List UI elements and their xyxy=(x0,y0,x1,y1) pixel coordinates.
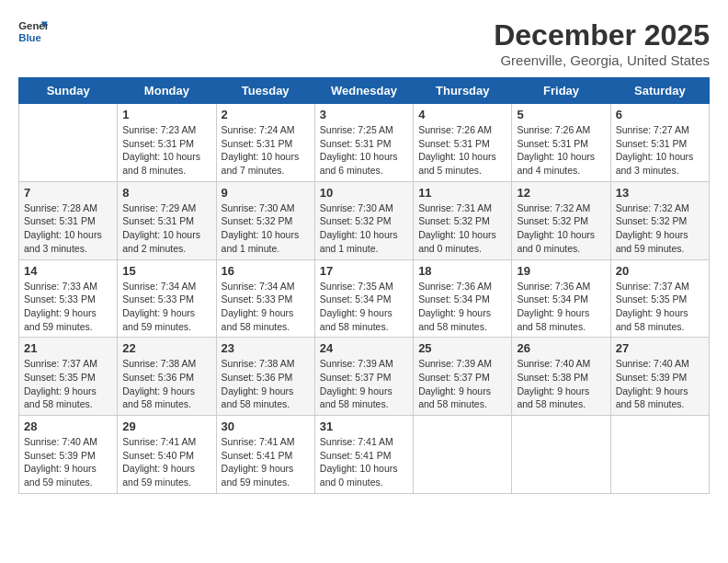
day-cell: 2Sunrise: 7:24 AMSunset: 5:31 PMDaylight… xyxy=(216,104,314,182)
day-number: 4 xyxy=(418,108,506,121)
day-number: 17 xyxy=(320,264,408,278)
day-number: 29 xyxy=(122,419,210,433)
day-info: Sunrise: 7:41 AMSunset: 5:41 PMDaylight:… xyxy=(222,435,310,489)
day-info: Sunrise: 7:35 AMSunset: 5:34 PMDaylight:… xyxy=(320,280,408,334)
day-cell: 1Sunrise: 7:23 AMSunset: 5:31 PMDaylight… xyxy=(118,104,216,182)
weekday-friday: Friday xyxy=(512,78,610,104)
day-info: Sunrise: 7:39 AMSunset: 5:37 PMDaylight:… xyxy=(320,357,408,411)
day-info: Sunrise: 7:26 AMSunset: 5:31 PMDaylight:… xyxy=(517,123,605,178)
day-info: Sunrise: 7:34 AMSunset: 5:33 PMDaylight:… xyxy=(222,280,310,334)
day-info: Sunrise: 7:33 AMSunset: 5:33 PMDaylight:… xyxy=(24,280,112,334)
day-number: 6 xyxy=(616,108,704,121)
day-cell: 7Sunrise: 7:28 AMSunset: 5:31 PMDaylight… xyxy=(19,181,118,259)
week-row-4: 21Sunrise: 7:37 AMSunset: 5:35 PMDayligh… xyxy=(19,338,710,416)
day-number: 3 xyxy=(320,108,408,121)
location: Greenville, Georgia, United States xyxy=(494,52,710,68)
day-cell: 31Sunrise: 7:41 AMSunset: 5:41 PMDayligh… xyxy=(314,416,413,494)
day-cell: 9Sunrise: 7:30 AMSunset: 5:32 PMDaylight… xyxy=(216,181,314,259)
day-number: 1 xyxy=(122,108,210,121)
day-info: Sunrise: 7:32 AMSunset: 5:32 PMDaylight:… xyxy=(616,201,704,256)
day-number: 23 xyxy=(222,341,310,355)
day-cell: 26Sunrise: 7:40 AMSunset: 5:38 PMDayligh… xyxy=(512,338,610,416)
day-info: Sunrise: 7:41 AMSunset: 5:41 PMDaylight:… xyxy=(320,435,408,489)
day-cell xyxy=(19,104,118,182)
day-number: 16 xyxy=(222,264,310,278)
week-row-2: 7Sunrise: 7:28 AMSunset: 5:31 PMDaylight… xyxy=(19,181,710,259)
day-number: 13 xyxy=(616,186,704,200)
calendar-body: 1Sunrise: 7:23 AMSunset: 5:31 PMDaylight… xyxy=(19,104,710,494)
page-header: General Blue December 2025 Greenville, G… xyxy=(18,18,710,68)
logo-icon: General Blue xyxy=(18,18,48,44)
day-cell: 16Sunrise: 7:34 AMSunset: 5:33 PMDayligh… xyxy=(216,259,314,338)
day-cell: 23Sunrise: 7:38 AMSunset: 5:36 PMDayligh… xyxy=(216,338,314,416)
day-info: Sunrise: 7:29 AMSunset: 5:31 PMDaylight:… xyxy=(122,201,210,256)
day-info: Sunrise: 7:39 AMSunset: 5:37 PMDaylight:… xyxy=(418,357,506,411)
day-cell: 8Sunrise: 7:29 AMSunset: 5:31 PMDaylight… xyxy=(118,181,216,259)
day-cell: 14Sunrise: 7:33 AMSunset: 5:33 PMDayligh… xyxy=(19,259,118,338)
day-info: Sunrise: 7:38 AMSunset: 5:36 PMDaylight:… xyxy=(222,357,310,411)
weekday-saturday: Saturday xyxy=(610,78,709,104)
day-cell: 6Sunrise: 7:27 AMSunset: 5:31 PMDaylight… xyxy=(610,104,709,182)
day-cell: 21Sunrise: 7:37 AMSunset: 5:35 PMDayligh… xyxy=(19,338,118,416)
day-number: 11 xyxy=(418,186,506,200)
day-info: Sunrise: 7:25 AMSunset: 5:31 PMDaylight:… xyxy=(320,123,408,178)
title-area: December 2025 Greenville, Georgia, Unite… xyxy=(494,18,710,68)
day-number: 10 xyxy=(320,186,408,200)
day-info: Sunrise: 7:27 AMSunset: 5:31 PMDaylight:… xyxy=(616,123,704,178)
weekday-tuesday: Tuesday xyxy=(216,78,314,104)
day-info: Sunrise: 7:41 AMSunset: 5:40 PMDaylight:… xyxy=(122,435,210,489)
day-info: Sunrise: 7:32 AMSunset: 5:32 PMDaylight:… xyxy=(517,201,605,256)
day-number: 12 xyxy=(517,186,605,200)
day-number: 28 xyxy=(24,419,112,433)
day-number: 31 xyxy=(320,419,408,433)
day-number: 27 xyxy=(616,341,704,355)
weekday-header-row: SundayMondayTuesdayWednesdayThursdayFrid… xyxy=(19,78,710,104)
day-info: Sunrise: 7:30 AMSunset: 5:32 PMDaylight:… xyxy=(320,201,408,256)
day-info: Sunrise: 7:40 AMSunset: 5:39 PMDaylight:… xyxy=(24,435,112,489)
day-number: 24 xyxy=(320,341,408,355)
day-number: 19 xyxy=(517,264,605,278)
day-cell: 25Sunrise: 7:39 AMSunset: 5:37 PMDayligh… xyxy=(414,338,512,416)
day-cell: 29Sunrise: 7:41 AMSunset: 5:40 PMDayligh… xyxy=(118,416,216,494)
day-info: Sunrise: 7:37 AMSunset: 5:35 PMDaylight:… xyxy=(616,280,704,334)
day-info: Sunrise: 7:40 AMSunset: 5:38 PMDaylight:… xyxy=(517,357,605,411)
day-cell: 15Sunrise: 7:34 AMSunset: 5:33 PMDayligh… xyxy=(118,259,216,338)
calendar-table: SundayMondayTuesdayWednesdayThursdayFrid… xyxy=(18,77,710,494)
day-info: Sunrise: 7:34 AMSunset: 5:33 PMDaylight:… xyxy=(122,280,210,334)
day-number: 5 xyxy=(517,108,605,121)
day-cell: 22Sunrise: 7:38 AMSunset: 5:36 PMDayligh… xyxy=(118,338,216,416)
week-row-5: 28Sunrise: 7:40 AMSunset: 5:39 PMDayligh… xyxy=(19,416,710,494)
day-cell: 10Sunrise: 7:30 AMSunset: 5:32 PMDayligh… xyxy=(314,181,413,259)
day-info: Sunrise: 7:28 AMSunset: 5:31 PMDaylight:… xyxy=(24,201,112,256)
day-cell: 17Sunrise: 7:35 AMSunset: 5:34 PMDayligh… xyxy=(314,259,413,338)
day-info: Sunrise: 7:40 AMSunset: 5:39 PMDaylight:… xyxy=(616,357,704,411)
day-cell: 4Sunrise: 7:26 AMSunset: 5:31 PMDaylight… xyxy=(414,104,512,182)
day-number: 8 xyxy=(122,186,210,200)
weekday-monday: Monday xyxy=(118,78,216,104)
day-info: Sunrise: 7:36 AMSunset: 5:34 PMDaylight:… xyxy=(418,280,506,334)
day-number: 30 xyxy=(222,419,310,433)
day-info: Sunrise: 7:30 AMSunset: 5:32 PMDaylight:… xyxy=(222,201,310,256)
day-number: 25 xyxy=(418,341,506,355)
day-cell: 20Sunrise: 7:37 AMSunset: 5:35 PMDayligh… xyxy=(610,259,709,338)
day-cell: 30Sunrise: 7:41 AMSunset: 5:41 PMDayligh… xyxy=(216,416,314,494)
weekday-thursday: Thursday xyxy=(414,78,512,104)
day-info: Sunrise: 7:24 AMSunset: 5:31 PMDaylight:… xyxy=(222,123,310,178)
weekday-wednesday: Wednesday xyxy=(314,78,413,104)
day-info: Sunrise: 7:36 AMSunset: 5:34 PMDaylight:… xyxy=(517,280,605,334)
day-number: 9 xyxy=(222,186,310,200)
day-cell: 18Sunrise: 7:36 AMSunset: 5:34 PMDayligh… xyxy=(414,259,512,338)
day-info: Sunrise: 7:38 AMSunset: 5:36 PMDaylight:… xyxy=(122,357,210,411)
day-number: 15 xyxy=(122,264,210,278)
day-cell: 12Sunrise: 7:32 AMSunset: 5:32 PMDayligh… xyxy=(512,181,610,259)
day-info: Sunrise: 7:26 AMSunset: 5:31 PMDaylight:… xyxy=(418,123,506,178)
svg-text:Blue: Blue xyxy=(18,32,41,43)
day-cell: 5Sunrise: 7:26 AMSunset: 5:31 PMDaylight… xyxy=(512,104,610,182)
month-title: December 2025 xyxy=(494,18,710,52)
day-cell: 19Sunrise: 7:36 AMSunset: 5:34 PMDayligh… xyxy=(512,259,610,338)
week-row-3: 14Sunrise: 7:33 AMSunset: 5:33 PMDayligh… xyxy=(19,259,710,338)
logo: General Blue xyxy=(18,18,48,44)
day-info: Sunrise: 7:31 AMSunset: 5:32 PMDaylight:… xyxy=(418,201,506,256)
day-cell: 3Sunrise: 7:25 AMSunset: 5:31 PMDaylight… xyxy=(314,104,413,182)
day-number: 2 xyxy=(222,108,310,121)
